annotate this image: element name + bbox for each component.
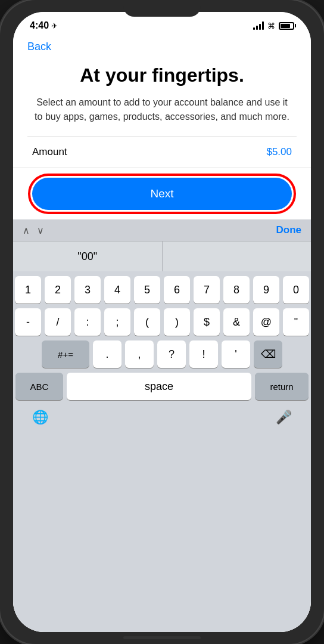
battery-icon: [279, 22, 294, 30]
key-comma[interactable]: ,: [125, 340, 154, 368]
key-close-paren[interactable]: ): [164, 308, 190, 336]
picker-row: "00": [13, 242, 311, 271]
key-return[interactable]: return: [255, 373, 309, 400]
description-text: Select an amount to add to your account …: [32, 95, 292, 124]
key-3[interactable]: 3: [74, 276, 101, 304]
home-indicator: [123, 636, 201, 639]
key-period[interactable]: .: [93, 340, 122, 368]
done-button[interactable]: Done: [276, 224, 302, 236]
number-row: 1 2 3 4 5 6 7 8 9 0: [15, 276, 309, 304]
back-button[interactable]: Back: [27, 41, 51, 53]
microphone-icon[interactable]: 🎤: [276, 410, 292, 425]
key-backspace[interactable]: ⌫: [254, 340, 282, 368]
key-quote[interactable]: ": [283, 308, 309, 336]
status-icons: ⌘: [253, 21, 294, 30]
signal-bars-icon: [253, 21, 264, 30]
key-1[interactable]: 1: [15, 276, 41, 304]
arrow-up-icon[interactable]: ∧: [23, 225, 30, 236]
key-exclaim[interactable]: !: [189, 340, 218, 368]
key-dash[interactable]: -: [15, 308, 41, 336]
symbol-row-1: - / : ; ( ) $ & @ ": [15, 308, 309, 336]
key-semicolon[interactable]: ;: [104, 308, 130, 336]
key-open-paren[interactable]: (: [134, 308, 160, 336]
key-colon[interactable]: :: [74, 308, 101, 336]
next-button[interactable]: Next: [32, 178, 292, 210]
bottom-row: ABC space return: [15, 373, 309, 400]
key-6[interactable]: 6: [164, 276, 190, 304]
nav-bar: Back: [13, 35, 311, 58]
key-7[interactable]: 7: [194, 276, 220, 304]
page-title: At your fingertips.: [32, 65, 292, 86]
phone-frame: 4:40 ✈ ⌘ Back: [0, 0, 324, 644]
keyboard-toolbar: ∧ ∨ Done: [13, 219, 311, 242]
arrow-down-icon[interactable]: ∨: [37, 225, 44, 236]
key-2[interactable]: 2: [45, 276, 71, 304]
keyboard-rows: 1 2 3 4 5 6 7 8 9 0 - /: [13, 271, 311, 404]
key-dollar[interactable]: $: [194, 308, 220, 336]
next-button-area: Next: [13, 168, 311, 219]
location-icon: ✈: [51, 21, 58, 30]
status-time: 4:40: [30, 20, 49, 31]
key-slash[interactable]: /: [45, 308, 71, 336]
key-symbols[interactable]: #+=: [42, 340, 89, 368]
key-ampersand[interactable]: &: [223, 308, 250, 336]
globe-icon[interactable]: 🌐: [32, 410, 48, 425]
key-4[interactable]: 4: [104, 276, 130, 304]
amount-label: Amount: [32, 146, 67, 158]
key-question[interactable]: ?: [157, 340, 186, 368]
toolbar-arrows: ∧ ∨: [23, 225, 44, 236]
key-space[interactable]: space: [67, 373, 251, 400]
phone-screen: 4:40 ✈ ⌘ Back: [13, 12, 311, 632]
key-9[interactable]: 9: [253, 276, 279, 304]
app-content: Back At your fingertips. Select an amoun…: [13, 35, 311, 632]
content-area: At your fingertips. Select an amount to …: [13, 58, 311, 136]
wifi-icon: ⌘: [267, 21, 275, 30]
amount-value: $5.00: [266, 146, 292, 158]
key-5[interactable]: 5: [134, 276, 160, 304]
keyboard-bottom-bar: 🌐 🎤: [13, 404, 311, 442]
key-abc[interactable]: ABC: [15, 373, 63, 400]
picker-col-2: [163, 242, 311, 271]
notch: [123, 0, 201, 17]
picker-col-1[interactable]: "00": [13, 242, 163, 271]
key-8[interactable]: 8: [223, 276, 250, 304]
amount-row: Amount $5.00: [13, 137, 311, 168]
key-apostrophe[interactable]: ': [222, 340, 250, 368]
key-0[interactable]: 0: [283, 276, 309, 304]
keyboard-area: ∧ ∨ Done "00" 1 2 3: [13, 219, 311, 632]
symbol-row-2: #+= . , ? ! ' ⌫: [15, 340, 309, 368]
key-at[interactable]: @: [253, 308, 279, 336]
